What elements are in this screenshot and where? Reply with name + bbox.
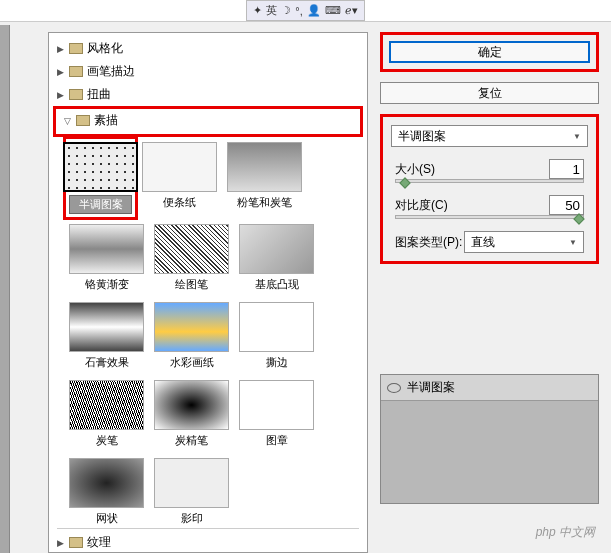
settings-panel: 确定 复位 半调图案 ▼ 大小(S) (368, 32, 611, 553)
contrast-label: 对比度(C) (395, 197, 448, 214)
folder-icon (69, 89, 83, 100)
filter-select[interactable]: 半调图案 ▼ (391, 125, 588, 147)
filter-tree-panel: ▶ 风格化 ▶ 画笔描边 ▶ 扭曲 ▽ 素描 半调图案 (48, 32, 368, 553)
folder-icon (69, 66, 83, 77)
eye-icon[interactable] (387, 383, 401, 393)
keyboard-icon: ⌨ (325, 4, 341, 17)
folder-icon (69, 43, 83, 54)
size-slider[interactable] (395, 179, 584, 183)
filter-water-paper[interactable]: 水彩画纸 (154, 302, 229, 370)
ime-sep: °, (295, 5, 302, 17)
filter-halftone[interactable]: 半调图案 (63, 136, 138, 220)
folder-icon (69, 537, 83, 548)
filter-thumbnails: 半调图案 便条纸 粉笔和炭笔 铬黄渐变 绘图笔 基底凸现 (49, 137, 367, 526)
pattern-select[interactable]: 直线 ▼ (464, 231, 584, 253)
contrast-input[interactable] (549, 195, 584, 215)
e-icon[interactable]: ℯ▾ (345, 4, 358, 17)
filter-chalk[interactable]: 粉笔和炭笔 (227, 142, 302, 214)
chevron-down-icon: ▼ (573, 132, 581, 141)
thumb-image (154, 380, 229, 430)
filter-photocopy[interactable]: 影印 (154, 458, 229, 526)
expand-arrow-icon: ▽ (64, 116, 76, 126)
ime-lang[interactable]: 英 (266, 3, 277, 18)
folder-icon (76, 115, 90, 126)
ok-button[interactable]: 确定 (389, 41, 590, 63)
collapse-arrow-icon: ▶ (57, 44, 69, 54)
category-brush[interactable]: ▶ 画笔描边 (49, 60, 367, 83)
collapse-arrow-icon: ▶ (57, 90, 69, 100)
filter-plaster[interactable]: 石膏效果 (69, 302, 144, 370)
category-stylize[interactable]: ▶ 风格化 (49, 37, 367, 60)
category-distort[interactable]: ▶ 扭曲 (49, 83, 367, 106)
contrast-slider[interactable] (395, 215, 584, 219)
filter-graphic-pen[interactable]: 绘图笔 (154, 224, 229, 292)
thumb-image (154, 302, 229, 352)
moon-icon: ☽ (281, 4, 291, 17)
filter-notepaper[interactable]: 便条纸 (142, 142, 217, 214)
thumb-image (69, 380, 144, 430)
pattern-label: 图案类型(P): (395, 234, 462, 251)
thumb-image (154, 458, 229, 508)
filter-select-value: 半调图案 (398, 128, 446, 145)
reset-button[interactable]: 复位 (380, 82, 599, 104)
thumb-image (69, 224, 144, 274)
preview-title: 半调图案 (407, 379, 455, 396)
watermark: php 中文网 (536, 524, 595, 541)
thumb-image (227, 142, 302, 192)
filter-torn-edges[interactable]: 撕边 (239, 302, 314, 370)
thumb-image (142, 142, 217, 192)
thumb-image (239, 380, 314, 430)
thumb-image (63, 142, 138, 192)
size-label: 大小(S) (395, 161, 435, 178)
filter-conte[interactable]: 炭精笔 (154, 380, 229, 448)
left-strip (0, 25, 10, 553)
category-sketch[interactable]: ▽ 素描 (56, 109, 360, 132)
filter-stamp[interactable]: 图章 (239, 380, 314, 448)
filter-chrome[interactable]: 铬黄渐变 (69, 224, 144, 292)
slider-thumb-icon[interactable] (400, 177, 411, 188)
ime-toolbar[interactable]: ✦ 英 ☽ °, 👤 ⌨ ℯ▾ (246, 0, 364, 21)
slider-thumb-icon[interactable] (574, 213, 585, 224)
effect-preview: 半调图案 (380, 374, 599, 504)
ime-logo-icon: ✦ (253, 4, 262, 17)
pattern-value: 直线 (471, 234, 495, 251)
thumb-image (239, 302, 314, 352)
collapse-arrow-icon: ▶ (57, 538, 69, 548)
thumb-image (154, 224, 229, 274)
chevron-down-icon: ▼ (569, 238, 577, 247)
collapse-arrow-icon: ▶ (57, 67, 69, 77)
thumb-image (69, 458, 144, 508)
size-input[interactable] (549, 159, 584, 179)
filter-bas-relief[interactable]: 基底凸现 (239, 224, 314, 292)
thumb-image (239, 224, 314, 274)
thumb-image (69, 302, 144, 352)
person-icon: 👤 (307, 4, 321, 17)
filter-charcoal[interactable]: 炭笔 (69, 380, 144, 448)
category-texture[interactable]: ▶ 纹理 (49, 531, 367, 553)
filter-reticulation[interactable]: 网状 (69, 458, 144, 526)
